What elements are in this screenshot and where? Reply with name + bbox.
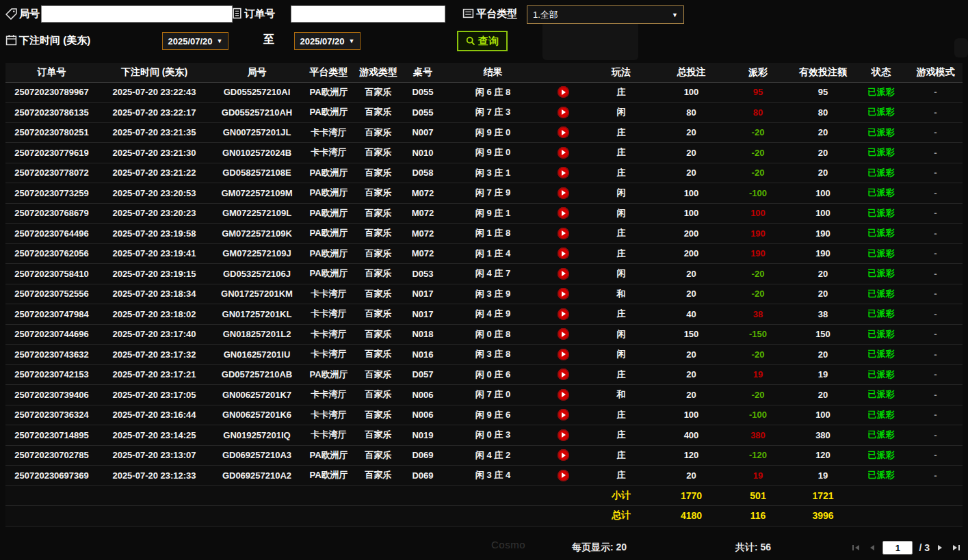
column-header: 有效投注额 [792, 63, 854, 82]
play-button[interactable] [558, 328, 569, 340]
total-bet-cell: 20 [659, 385, 724, 405]
order-no-input[interactable] [291, 5, 445, 23]
play-button[interactable] [558, 86, 569, 98]
platform-cell: PA欧洲厅 [303, 243, 354, 264]
order-no-cell: 250720230747984 [5, 304, 98, 325]
status-cell: 已派彩 [854, 82, 908, 103]
valid-bet-cell: 19 [792, 466, 854, 486]
result-cell: 闲 1 庄 4 [443, 243, 542, 264]
date-from-select[interactable]: 2025/07/20 ▼ [162, 32, 228, 50]
play-icon [562, 351, 566, 357]
play-button[interactable] [558, 369, 569, 380]
platform-cell: PA欧洲厅 [303, 203, 354, 224]
game-no-input[interactable] [41, 5, 233, 23]
play-button[interactable] [558, 449, 569, 461]
play-button[interactable] [558, 389, 569, 401]
replay-cell [542, 405, 584, 425]
total-bet-cell: 200 [659, 224, 724, 244]
play-icon [562, 432, 566, 438]
total-bet-cell: 20 [659, 284, 724, 304]
total-label-cell: 小计 [584, 485, 659, 506]
play-icon [562, 90, 566, 95]
play-button[interactable] [558, 207, 569, 219]
order-no-cell: 250720230702785 [5, 445, 98, 466]
play-button[interactable] [558, 107, 569, 118]
result-cell: 闲 9 庄 0 [443, 122, 542, 143]
magnifier-icon [466, 36, 475, 46]
bet-type-cell: 庄 [584, 82, 659, 103]
platform-cell: 卡卡湾厅 [303, 345, 354, 365]
play-button[interactable] [558, 147, 569, 159]
game-no-cell: GN007257201JL [211, 122, 303, 143]
page-input[interactable]: 1 [882, 541, 913, 555]
payout-cell: 38 [724, 304, 792, 325]
list-icon [462, 8, 474, 19]
table-row: 2507202307780722025-07-20 23:21:22GD0582… [5, 163, 963, 183]
mode-cell: - [908, 284, 963, 304]
game-no-cell: GD057257210AB [211, 364, 303, 385]
table-no-cell: D057 [402, 364, 443, 385]
status-cell: 已派彩 [854, 143, 908, 163]
order-no-cell: 250720230736324 [5, 405, 98, 425]
play-button[interactable] [558, 228, 569, 239]
table-no-cell: D069 [402, 466, 443, 486]
column-header: 结果 [443, 63, 542, 82]
table-row: 2507202307394062025-07-20 23:17:05GN0062… [5, 385, 963, 405]
order-no-cell: 250720230758410 [5, 264, 98, 284]
play-button[interactable] [558, 470, 569, 481]
order-no-cell: 250720230764496 [5, 224, 98, 244]
calendar-icon [5, 34, 17, 46]
play-button[interactable] [558, 429, 569, 441]
result-cell: 闲 0 庄 3 [443, 425, 542, 446]
result-cell: 闲 7 庄 9 [443, 183, 542, 204]
payout-cell: 190 [724, 224, 792, 244]
column-header: 桌号 [402, 63, 443, 82]
play-button[interactable] [558, 248, 569, 259]
bet-time-cell: 2025-07-20 23:17:05 [98, 385, 211, 405]
table-no-cell: N019 [402, 425, 443, 446]
play-button[interactable] [558, 268, 569, 280]
bet-time-cell: 2025-07-20 23:14:25 [98, 425, 211, 446]
first-page-icon[interactable] [851, 543, 861, 552]
play-icon [562, 392, 566, 397]
total-bet-cell: 20 [659, 466, 724, 486]
query-button[interactable]: 查询 [457, 31, 508, 51]
column-header: 状态 [854, 63, 908, 82]
platform-type-value: 1.全部 [533, 9, 558, 21]
table-no-cell: N007 [402, 122, 443, 143]
game-no-cell: GN016257201IU [211, 345, 303, 365]
game-type-cell: 百家乐 [354, 345, 402, 365]
result-cell: 闲 1 庄 8 [443, 224, 542, 244]
game-type-cell: 百家乐 [354, 405, 402, 425]
result-cell: 闲 9 庄 1 [443, 203, 542, 224]
payout-cell: -20 [724, 284, 792, 304]
play-button[interactable] [558, 167, 569, 178]
result-cell: 闲 0 庄 8 [443, 324, 542, 345]
bet-time-cell: 2025-07-20 23:17:21 [98, 364, 211, 385]
bet-time-cell: 2025-07-20 23:22:17 [98, 103, 211, 123]
valid-bet-cell: 190 [792, 224, 854, 244]
replay-cell [542, 103, 584, 123]
column-header: 局号 [211, 63, 303, 82]
order-no-label: 订单号 [244, 8, 275, 21]
bet-type-cell: 闲 [584, 203, 659, 224]
play-button[interactable] [558, 308, 569, 320]
next-page-icon[interactable] [936, 543, 945, 552]
replay-cell [542, 466, 584, 486]
play-button[interactable] [558, 349, 569, 360]
play-button[interactable] [558, 288, 569, 299]
table-row: 2507202307148952025-07-20 23:14:25GN0192… [5, 425, 963, 446]
platform-cell: PA欧洲厅 [303, 364, 354, 385]
last-page-icon[interactable] [952, 543, 961, 552]
play-button[interactable] [558, 126, 569, 138]
play-button[interactable] [558, 187, 569, 199]
prev-page-icon[interactable] [867, 543, 876, 552]
order-no-cell: 250720230739406 [5, 385, 98, 405]
date-to-select[interactable]: 2025/07/20 ▼ [294, 32, 361, 50]
column-header: 平台类型 [303, 63, 354, 82]
grand-total-row: 总计41801163996 [5, 506, 963, 526]
platform-type-select[interactable]: 1.全部 ▼ [527, 5, 684, 24]
valid-bet-sum-cell: 1721 [792, 485, 854, 506]
table-header-row: 订单号下注时间 (美东)局号平台类型游戏类型桌号结果玩法总投注派彩有效投注额状态… [5, 63, 963, 82]
play-button[interactable] [558, 409, 569, 421]
